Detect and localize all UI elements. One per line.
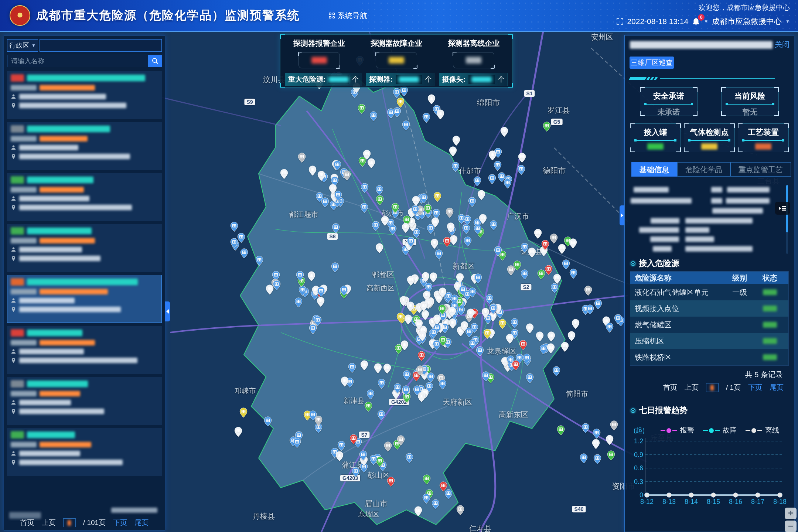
svg-text:0: 0: [640, 491, 643, 499]
counter-label: 重大危险源:: [288, 75, 325, 84]
zoom-in-button[interactable]: +: [785, 508, 797, 519]
supervision-label-redacted: [11, 289, 37, 294]
gas-stat-label: 气体检测点: [684, 127, 734, 137]
pager-page-input[interactable]: [63, 518, 76, 527]
pager-page-input[interactable]: [706, 383, 719, 392]
hazard-name-cell: 铁路栈桥区: [635, 352, 723, 362]
contact-redacted: [19, 247, 82, 252]
3d-tour-button[interactable]: 三维厂区巡查: [630, 57, 674, 69]
detector-stat-value-redacted: [466, 57, 481, 64]
district-dropdown-label: 行政区: [9, 41, 29, 50]
detector-stat-value-box: [453, 52, 494, 68]
gas-stat-divider: [743, 140, 784, 141]
detector-stat-value-box: [376, 52, 417, 68]
org-caret-icon[interactable]: ▼: [785, 19, 790, 24]
address-pin-icon: [11, 205, 16, 210]
enterprise-list-item[interactable]: [7, 428, 162, 476]
enterprise-list-item[interactable]: [7, 71, 162, 119]
counter-box: 探测器:个: [366, 73, 435, 86]
gas-stat-value-redacted: [701, 143, 717, 150]
info-scrollbar[interactable]: [786, 185, 788, 254]
chart-legend-item[interactable]: 故障: [703, 426, 737, 435]
table-row[interactable]: 燃气储罐区: [630, 317, 788, 333]
info-field-redacted: [711, 187, 722, 192]
chart-legend-item[interactable]: 离线: [746, 426, 779, 435]
svg-text:8-18: 8-18: [773, 498, 787, 505]
datetime: 2022-08-18 13:14: [627, 17, 688, 26]
supervision-label-redacted: [11, 391, 37, 396]
pager-last[interactable]: 尾页: [770, 383, 784, 392]
hazard-name-cell: 燃气储罐区: [635, 320, 723, 330]
chart-legend: 报警故障离线: [661, 426, 779, 435]
enterprise-name-redacted: [27, 177, 93, 183]
pager-first[interactable]: 首页: [663, 383, 677, 392]
address-redacted: [19, 460, 123, 465]
info-field-redacted: [726, 198, 770, 204]
pager-next[interactable]: 下页: [748, 383, 762, 392]
status-badge: [11, 74, 24, 82]
district-input[interactable]: [40, 39, 162, 52]
pager-first[interactable]: 首页: [20, 518, 34, 528]
table-header-cell: 危险源名称: [635, 273, 723, 283]
expand-info-button[interactable]: [775, 202, 790, 215]
close-button[interactable]: 关闭: [775, 40, 790, 50]
enterprise-list-item[interactable]: [7, 275, 162, 323]
hazard-level-cell: 一级: [723, 287, 756, 297]
chart-legend-item[interactable]: 报警: [661, 426, 694, 435]
info-field-redacted: [639, 227, 679, 233]
zoom-out-button[interactable]: −: [785, 521, 797, 532]
hazard-status-cell: [756, 338, 784, 344]
pager-prev[interactable]: 上页: [42, 518, 56, 528]
enterprise-list-item[interactable]: [7, 377, 162, 425]
tab-active[interactable]: 基础信息: [631, 162, 677, 177]
address-redacted: [19, 307, 121, 312]
gas-stat-label: 接入罐: [630, 127, 681, 137]
chart-y-unit: (起): [634, 426, 645, 435]
contact-redacted: [19, 298, 75, 303]
enterprise-name-redacted: [27, 381, 88, 387]
tab-inactive[interactable]: 重点监管工艺: [730, 162, 791, 177]
supervision-value-redacted: [40, 340, 95, 345]
status-badge: [11, 329, 24, 337]
notification-bell-icon[interactable]: 0: [692, 17, 700, 26]
hazard-section-header: 接入危险源: [631, 258, 679, 269]
gas-stat-box: 接入罐: [630, 123, 681, 152]
detector-stats-panel: 探测器报警企业探测器故障企业探测器离线企业 重大危险源:个探测器:个摄像头:个: [280, 34, 513, 88]
enterprise-list-item[interactable]: [7, 224, 162, 272]
search-button[interactable]: [149, 55, 162, 67]
address-redacted: [19, 205, 132, 210]
pager-next[interactable]: 下页: [113, 518, 127, 528]
enterprise-list-item[interactable]: [7, 173, 162, 221]
detector-stat-label: 探测器报警企业: [280, 38, 358, 48]
trend-section-header: 七日报警趋势: [631, 405, 688, 416]
enterprise-list-item[interactable]: [7, 326, 162, 374]
detail-tabs: 基础信息危险化学品重点监管工艺: [631, 162, 787, 177]
enterprise-list-item[interactable]: [7, 122, 162, 170]
pager-last[interactable]: 尾页: [134, 518, 149, 528]
pager-prev[interactable]: 上页: [685, 383, 699, 392]
table-row[interactable]: 铁路栈桥区: [630, 349, 788, 365]
basic-info-redacted: [625, 185, 794, 257]
svg-text:0.6: 0.6: [634, 464, 643, 472]
contact-person-icon: [11, 451, 16, 456]
hazard-table: 危险源名称级别状态液化石油气储罐区单元一级视频接入点位燃气储罐区压缩机区铁路栈桥…: [630, 271, 789, 366]
fullscreen-icon[interactable]: [617, 18, 623, 25]
supervision-label-redacted: [11, 85, 37, 91]
status-badge: [11, 431, 24, 439]
table-row[interactable]: 视频接入点位: [630, 300, 788, 317]
hazard-status-redacted: [763, 306, 777, 311]
table-row[interactable]: 压缩机区: [630, 333, 788, 349]
status-badge: [11, 380, 24, 388]
district-dropdown[interactable]: 行政区 ▼: [7, 39, 38, 52]
system-nav-button[interactable]: 系统导航: [329, 11, 367, 21]
tab-inactive[interactable]: 危险化学品: [677, 162, 730, 177]
hazard-status-redacted: [763, 322, 777, 328]
sidebar-collapse-button[interactable]: [165, 301, 170, 321]
detail-collapse-button[interactable]: [620, 205, 624, 225]
table-row[interactable]: 液化石油气储罐区单元一级: [630, 284, 788, 300]
gas-stat-box: 工艺装置: [738, 123, 789, 152]
search-input[interactable]: [7, 55, 149, 67]
contact-redacted: [19, 400, 71, 405]
address-pin-icon: [11, 460, 16, 465]
contact-person-icon: [11, 196, 16, 201]
